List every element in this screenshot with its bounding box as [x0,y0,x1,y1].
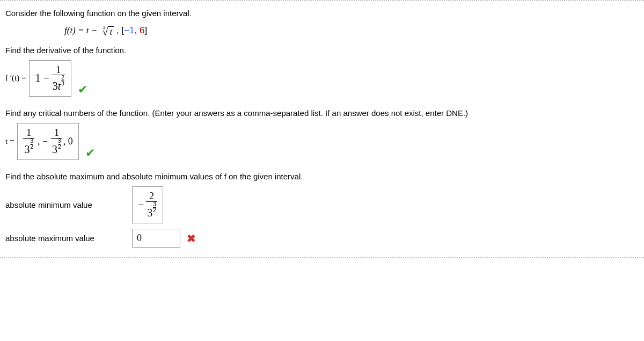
absmax-row: absolute maximum value 0 ✖ [5,229,639,248]
absmin-row: absolute minimum value − 2 3 3 2 [5,186,639,223]
fprime-num: 1 [55,65,62,75]
radical-index: 3 [103,25,105,30]
absmin-num: 2 [148,191,155,201]
crit-term1: 1 3 3 2 [23,128,34,155]
crit-tail: , 0 [63,136,73,147]
derivative-prompt: Find the derivative of the function. [5,46,639,55]
check-icon: ✔ [78,83,87,97]
fprime-den-coef: 3 [53,81,58,92]
critical-row: t = 1 3 3 2 , − 1 3 3 [5,123,639,160]
crit-base2: 3 [52,144,57,155]
fprime-exponent: 2 3 [61,75,64,86]
fprime-label: f ′(t) = [5,74,26,83]
crit-exp1: 3 2 [30,139,33,150]
derivative-answer-box[interactable]: 1 − 1 3t 2 3 [29,60,71,97]
function-definition: f(t) = t − 3 √ t , [−1, 6] [64,25,639,38]
crit-den2: 3 3 2 [51,138,62,155]
absmin-answer-box[interactable]: − 2 3 3 2 [132,186,163,223]
fprime-one-minus: 1 − [35,72,49,84]
interval-comma: , [134,25,139,35]
cube-root: 3 √ t [99,26,114,38]
fprime-den: 3t 2 3 [52,75,65,92]
absmin-label: absolute minimum value [5,200,129,209]
fprime-den-var: t [58,81,61,92]
interval-lower: −1 [124,25,134,35]
crit-num2: 1 [53,128,60,138]
absmin-base: 3 [147,207,152,219]
absmin-exp: 3 2 [153,202,156,213]
intro-text: Consider the following function on the g… [5,9,639,18]
extrema-prompt: Find the absolute maximum and absolute m… [5,172,639,181]
crit-base1: 3 [24,144,30,155]
crit-sep1: , − [38,136,48,147]
interval-close: ] [144,25,147,35]
interval-upper: 6 [140,25,144,35]
radical-radicand: t [108,26,114,38]
crit-term2: 1 3 3 2 [51,128,62,155]
check-icon: ✔ [85,146,95,160]
absmin-den: 3 3 2 [146,201,157,219]
absmax-value: 0 [137,233,142,244]
absmin-frac: 2 3 3 2 [146,191,157,219]
crit-num1: 1 [25,128,32,138]
fprime-fraction: 1 3t 2 3 [52,65,65,92]
t-label: t = [5,137,14,146]
absmin-neg: − [138,199,144,211]
critical-prompt: Find any critical numbers of the functio… [5,108,639,118]
crit-exp2: 3 2 [58,139,61,150]
derivative-row: f ′(t) = 1 − 1 3t 2 3 ✔ [5,60,639,97]
function-lhs: f(t) = t − [64,25,99,35]
critical-answer-box[interactable]: 1 3 3 2 , − 1 3 3 2 [17,123,78,160]
absmax-label: absolute maximum value [5,234,129,243]
cross-icon: ✖ [187,232,196,245]
crit-den1: 3 3 2 [23,138,34,155]
absmax-answer-box[interactable]: 0 [132,229,180,248]
interval-open: , [ [116,25,124,35]
